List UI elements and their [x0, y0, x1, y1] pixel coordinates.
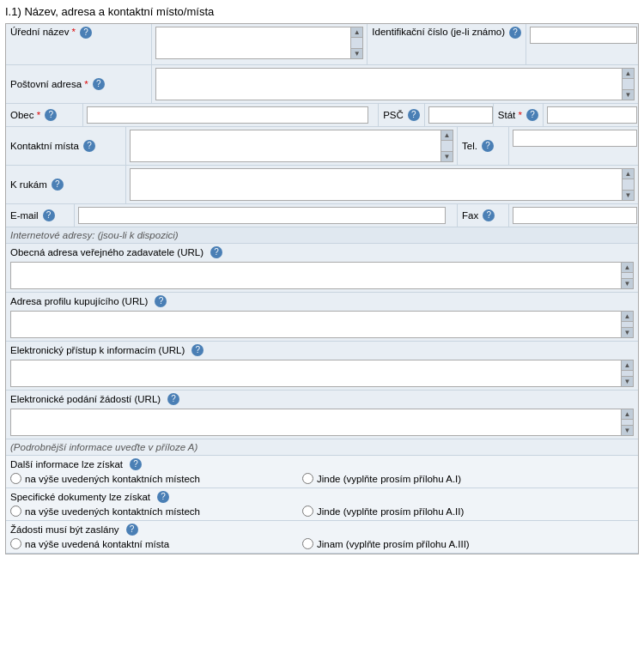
obecna-adresa-help-icon[interactable]: ?	[210, 246, 222, 258]
tel-label: Tel.	[462, 141, 477, 151]
kontaktni-input-cell: ▲ ▼	[126, 127, 458, 165]
stat-help-icon[interactable]: ?	[526, 109, 538, 121]
title-text: I.1) Název, adresa a kontaktní místo/mís…	[5, 5, 214, 18]
obecna-scroll-up[interactable]: ▲	[622, 263, 633, 273]
el-podani-help-icon[interactable]: ?	[167, 393, 179, 405]
el-podani-scrollbar: ▲ ▼	[622, 409, 634, 436]
el-podani-input-wrapper: ▲ ▼	[6, 407, 638, 439]
kontaktni-scroll-down[interactable]: ▼	[441, 151, 453, 161]
el-podani-scroll-up[interactable]: ▲	[622, 409, 633, 420]
k-rukam-scroll-up[interactable]: ▲	[623, 169, 634, 179]
k-rukam-help-icon[interactable]: ?	[52, 179, 64, 191]
postovni-input-cell: ▲ ▼	[152, 65, 638, 103]
k-rukam-input[interactable]	[130, 168, 623, 201]
psc-input-cell	[425, 104, 494, 126]
postovni-scroll-down[interactable]: ▼	[623, 89, 634, 100]
psc-label: PSČ	[383, 110, 404, 120]
kontaktni-scroll-up[interactable]: ▲	[441, 130, 453, 141]
kontaktni-input[interactable]	[130, 130, 441, 162]
dalsi-radio2[interactable]	[302, 473, 313, 484]
specificke-dokumenty-section: Specifické dokumenty lze získat ? na výš…	[6, 488, 638, 521]
email-label-cell: E-mail ?	[6, 204, 75, 227]
email-input[interactable]	[78, 207, 446, 224]
adresa-profilu-scroll-down[interactable]: ▼	[622, 327, 633, 337]
adresa-profilu-label: Adresa profilu kupujícího (URL)	[10, 296, 148, 306]
adresa-profilu-label-row: Adresa profilu kupujícího (URL) ?	[6, 293, 638, 307]
obec-help-icon[interactable]: ?	[45, 109, 57, 121]
fax-help-icon[interactable]: ?	[483, 209, 495, 221]
specificke-radio2[interactable]	[302, 506, 313, 517]
k-rukam-scrollbar: ▲ ▼	[623, 168, 635, 201]
uradni-nazev-input[interactable]	[155, 27, 351, 59]
psc-input[interactable]	[428, 106, 493, 124]
adresa-profilu-scrollbar: ▲ ▼	[622, 311, 634, 338]
dalsi-informace-label-row: Další informace lze získat ?	[6, 456, 638, 471]
fax-input[interactable]	[513, 207, 637, 224]
obecna-adresa-scrollbar: ▲ ▼	[622, 262, 634, 289]
zadosti-option1-label: na výše uvedená kontaktní místa	[25, 539, 169, 549]
k-rukam-scroll-down[interactable]: ▼	[623, 190, 634, 200]
uradni-scroll-up[interactable]: ▲	[351, 27, 362, 38]
specificke-radio1[interactable]	[10, 506, 21, 517]
el-pristup-input[interactable]	[10, 360, 622, 387]
specificke-options: na výše uvedených kontaktních místech Ji…	[6, 504, 638, 520]
psc-label-cell: PSČ ?	[379, 104, 425, 126]
el-podani-input[interactable]	[10, 409, 622, 436]
dalsi-informace-label: Další informace lze získat	[10, 459, 123, 469]
id-cislo-input[interactable]	[530, 27, 637, 44]
el-podani-scroll-down[interactable]: ▼	[622, 425, 633, 435]
zadosti-radio2[interactable]	[302, 538, 313, 549]
zadosti-section: Žádosti musí být zaslány ? na výše uvede…	[6, 521, 638, 554]
dalsi-option2-label: Jinde (vyplňte prosím přílohu A.I)	[317, 474, 461, 484]
el-pristup-scroll-down[interactable]: ▼	[622, 376, 633, 386]
el-pristup-scroll-up[interactable]: ▲	[622, 360, 633, 371]
email-help-icon[interactable]: ?	[43, 209, 55, 221]
adresa-profilu-input-wrapper: ▲ ▼	[6, 309, 638, 341]
fax-label: Fax	[462, 210, 478, 221]
kontaktni-help-icon[interactable]: ?	[83, 140, 95, 152]
postovni-help-icon[interactable]: ?	[93, 78, 105, 90]
postovni-input[interactable]	[155, 68, 623, 100]
obec-input[interactable]	[87, 106, 368, 124]
psc-help-icon[interactable]: ?	[408, 109, 420, 121]
specificke-help-icon[interactable]: ?	[157, 491, 169, 503]
email-label: E-mail	[10, 210, 39, 221]
el-pristup-scrollbar: ▲ ▼	[622, 360, 634, 387]
adresa-profilu-scroll-up[interactable]: ▲	[622, 312, 633, 322]
kontaktni-label-cell: Kontaktní místa ?	[6, 127, 126, 165]
dalsi-informace-section: Další informace lze získat ? na výše uve…	[6, 456, 638, 488]
k-rukam-textarea-wrapper: ▲ ▼	[130, 168, 635, 201]
obecna-scroll-down[interactable]: ▼	[622, 278, 633, 288]
kontaktni-textarea-wrapper: ▲ ▼	[130, 130, 453, 162]
el-pristup-label-row: Elektronický přístup k informacím (URL) …	[6, 342, 638, 356]
zadosti-help-icon[interactable]: ?	[126, 524, 138, 536]
obecna-adresa-label-row: Obecná adresa veřejného zadavatele (URL)…	[6, 244, 638, 258]
k-rukam-input-cell: ▲ ▼	[126, 166, 638, 203]
el-podani-label: Elektronické podání žádostí (URL)	[10, 394, 161, 404]
adresa-profilu-input[interactable]	[10, 311, 622, 338]
dalsi-radio1[interactable]	[10, 473, 21, 484]
stat-input[interactable]	[547, 106, 637, 124]
obecna-adresa-input[interactable]	[10, 262, 622, 289]
tel-help-icon[interactable]: ?	[482, 140, 494, 152]
uradni-scrollbar: ▲ ▼	[351, 27, 363, 59]
tel-input[interactable]	[513, 130, 637, 147]
dalsi-informace-help-icon[interactable]: ?	[130, 458, 142, 470]
postovni-row: Poštovní adresa * ? ▲ ▼	[6, 65, 638, 104]
postovni-scrollbar: ▲ ▼	[623, 68, 635, 100]
obecna-adresa-label: Obecná adresa veřejného zadavatele (URL)	[10, 247, 204, 257]
el-pristup-label: Elektronický přístup k informacím (URL)	[10, 345, 185, 355]
k-rukam-row: K rukám ? ▲ ▼	[6, 166, 638, 204]
postovni-scroll-up[interactable]: ▲	[623, 69, 634, 79]
uradni-scroll-down[interactable]: ▼	[351, 48, 362, 58]
email-input-cell	[75, 204, 458, 227]
zadosti-option2-label: Jinam (vyplňte prosím přílohu A.III)	[317, 539, 470, 549]
adresa-profilu-help-icon[interactable]: ?	[155, 295, 167, 307]
specificke-option1: na výše uvedených kontaktních místech	[10, 506, 302, 517]
kontaktni-scrollbar: ▲ ▼	[441, 130, 453, 162]
id-cislo-help-icon[interactable]: ?	[509, 27, 521, 39]
dalsi-informace-options: na výše uvedených kontaktních místech Ji…	[6, 471, 638, 488]
uradni-nazev-help-icon[interactable]: ?	[80, 27, 92, 39]
el-pristup-help-icon[interactable]: ?	[191, 344, 204, 356]
zadosti-radio1[interactable]	[10, 538, 21, 549]
